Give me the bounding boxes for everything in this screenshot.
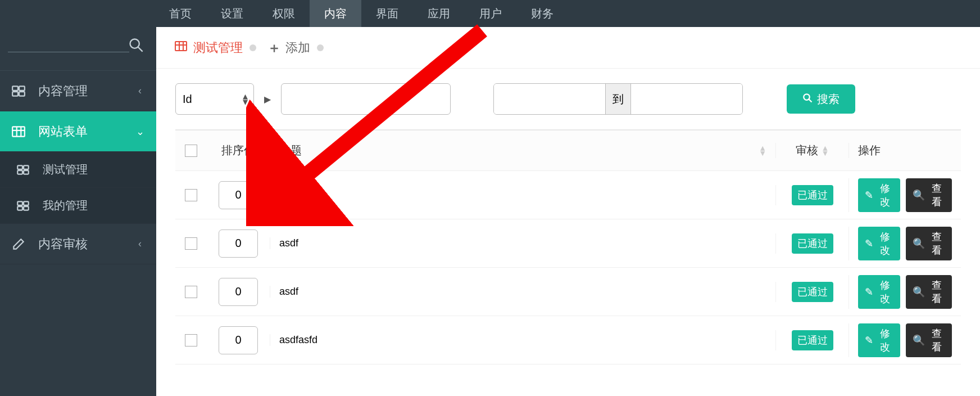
nav-finance[interactable]: 财务 xyxy=(516,0,568,27)
nav-ui[interactable]: 界面 xyxy=(361,0,413,27)
top-nav: 首页 设置 权限 内容 界面 应用 用户 财务 xyxy=(0,0,980,27)
nav-content[interactable]: 内容 xyxy=(310,0,361,27)
nav-users[interactable]: 用户 xyxy=(465,0,516,27)
nav-home[interactable]: 首页 xyxy=(155,0,206,27)
nav-settings[interactable]: 设置 xyxy=(206,0,258,27)
nav-apps[interactable]: 应用 xyxy=(413,0,465,27)
nav-permissions[interactable]: 权限 xyxy=(258,0,310,27)
